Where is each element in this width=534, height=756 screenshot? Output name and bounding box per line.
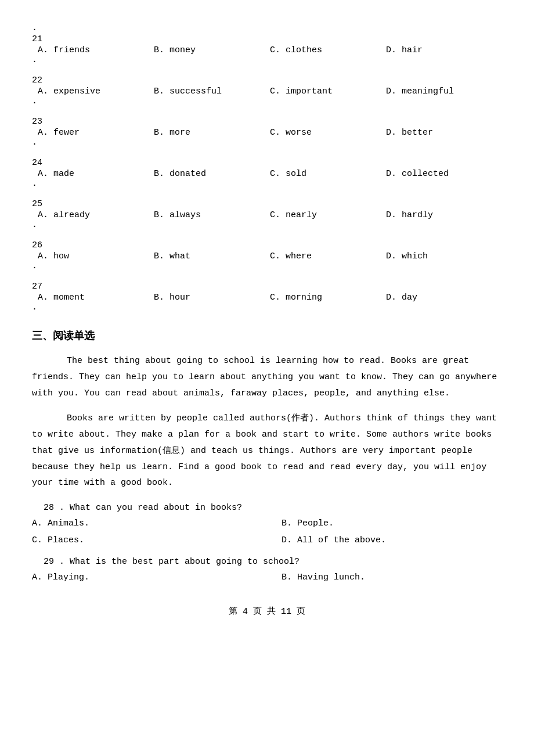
option-28-b: B. People. <box>282 519 502 528</box>
question-text-29: 29 . What is the best part about going t… <box>44 557 502 567</box>
question-number-23: 23 <box>32 117 502 127</box>
question-block-22: 22 A. expensive B. successful C. importa… <box>32 75 502 106</box>
question-number-27: 27 <box>32 282 502 291</box>
options-row-24: A. made B. donated C. sold D. collected <box>38 169 502 179</box>
option-25-b: B. always <box>154 210 270 220</box>
option-27-c: C. morning <box>270 293 386 303</box>
options-row-26: A. how B. what C. where D. which <box>38 251 502 261</box>
option-29-b: B. Having lunch. <box>282 573 502 582</box>
passage-paragraph-1: The best thing about going to school is … <box>32 353 502 401</box>
option-24-c: C. sold <box>270 169 386 179</box>
option-21-d: D. hair <box>386 45 502 55</box>
question-number-25: 25 <box>32 199 502 209</box>
question-block-23: 23 A. fewer B. more C. worse D. better . <box>32 117 502 147</box>
question-block-26: 26 A. how B. what C. where D. which . <box>32 240 502 271</box>
option-28-a: A. Animals. <box>32 519 282 528</box>
dot-26: . <box>32 261 502 271</box>
options-row-23: A. fewer B. more C. worse D. better <box>38 128 502 138</box>
question-text-28: 28 . What can you read about in books? <box>44 503 502 513</box>
question-number-24: 24 <box>32 158 502 168</box>
question-block-21: 21 A. friends B. money C. clothes D. hai… <box>32 34 502 65</box>
option-22-b: B. successful <box>154 87 270 96</box>
option-23-d: D. better <box>386 128 502 138</box>
option-23-c: C. worse <box>270 128 386 138</box>
option-25-d: D. hardly <box>386 210 502 220</box>
option-22-a: A. expensive <box>38 87 154 96</box>
option-23-b: B. more <box>154 128 270 138</box>
option-28-d: D. All of the above. <box>282 535 502 545</box>
reading-question-28: 28 . What can you read about in books? A… <box>32 503 502 545</box>
question-number-22: 22 <box>32 75 502 85</box>
option-26-a: A. how <box>38 251 154 261</box>
option-26-d: D. which <box>386 251 502 261</box>
page-footer: 第 4 页 共 11 页 <box>32 606 502 617</box>
question-block-25: 25 A. already B. always C. nearly D. har… <box>32 199 502 230</box>
question-block-27: 27 A. moment B. hour C. morning D. day . <box>32 282 502 312</box>
option-25-c: C. nearly <box>270 210 386 220</box>
section3-title: 三、阅读单选 <box>32 329 502 343</box>
option-29-a: A. Playing. <box>32 573 282 582</box>
dot-27: . <box>32 303 502 312</box>
option-24-a: A. made <box>38 169 154 179</box>
questions-section: 21 A. friends B. money C. clothes D. hai… <box>32 34 502 312</box>
option-25-a: A. already <box>38 210 154 220</box>
passage-paragraph-2: Books are written by people called autho… <box>32 411 502 491</box>
option-26-b: B. what <box>154 251 270 261</box>
reading-options-28-row2: C. Places. D. All of the above. <box>32 535 502 545</box>
options-row-22: A. expensive B. successful C. important … <box>38 87 502 96</box>
dot-22: . <box>32 96 502 106</box>
question-block-24: 24 A. made B. donated C. sold D. collect… <box>32 158 502 189</box>
dot-21: . <box>32 55 502 65</box>
options-row-27: A. moment B. hour C. morning D. day <box>38 293 502 303</box>
options-row-21: A. friends B. money C. clothes D. hair <box>38 45 502 55</box>
question-number-26: 26 <box>32 240 502 250</box>
option-27-a: A. moment <box>38 293 154 303</box>
option-21-c: C. clothes <box>270 45 386 55</box>
option-24-d: D. collected <box>386 169 502 179</box>
options-row-25: A. already B. always C. nearly D. hardly <box>38 210 502 220</box>
passage-block: The best thing about going to school is … <box>32 353 502 491</box>
dot-24: . <box>32 179 502 189</box>
option-22-d: D. meaningful <box>386 87 502 96</box>
reading-options-29-row1: A. Playing. B. Having lunch. <box>32 573 502 582</box>
reading-options-28-row1: A. Animals. B. People. <box>32 519 502 528</box>
option-22-c: C. important <box>270 87 386 96</box>
option-21-a: A. friends <box>38 45 154 55</box>
reading-question-29: 29 . What is the best part about going t… <box>32 557 502 582</box>
option-23-a: A. fewer <box>38 128 154 138</box>
option-27-d: D. day <box>386 293 502 303</box>
option-21-b: B. money <box>154 45 270 55</box>
option-24-b: B. donated <box>154 169 270 179</box>
dot-23: . <box>32 138 502 147</box>
option-28-c: C. Places. <box>32 535 282 545</box>
question-number-21: 21 <box>32 34 502 44</box>
option-27-b: B. hour <box>154 293 270 303</box>
dot-25: . <box>32 220 502 230</box>
option-26-c: C. where <box>270 251 386 261</box>
top-dot: . <box>32 23 502 33</box>
